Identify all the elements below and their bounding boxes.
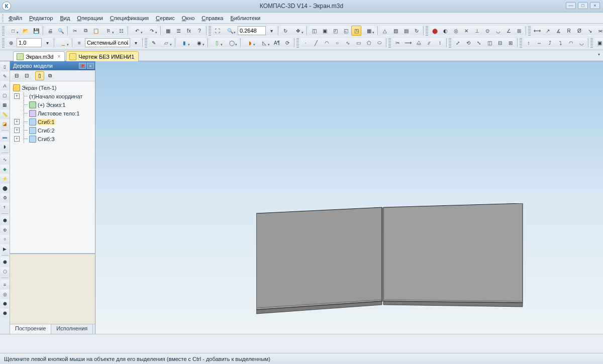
offset-icon[interactable]: ⫽ (424, 38, 434, 48)
zoom-fit-button[interactable]: ⛶ (213, 26, 223, 36)
text-button[interactable]: A¶ (272, 38, 282, 48)
weld-tool-icon[interactable]: ⚡ (1, 174, 10, 183)
rebuild-button[interactable]: ⟳ (282, 38, 292, 48)
print-button[interactable]: 🖨 (45, 26, 55, 36)
toolbar-handle[interactable] (2, 26, 5, 36)
expand-icon[interactable]: + (14, 128, 20, 133)
tree-root[interactable]: Экран (Тел-1) (11, 83, 94, 92)
help-button[interactable]: ? (194, 26, 205, 36)
layer-icon[interactable]: ≡ (74, 38, 84, 48)
toolbar-handle[interactable] (528, 26, 531, 36)
close-button[interactable]: × (590, 2, 600, 9)
dim2-c-icon[interactable]: ⤴ (545, 38, 555, 48)
text-tool-icon[interactable]: A (1, 81, 10, 90)
sketch-tool-icon[interactable]: ✎ (1, 72, 10, 81)
explode-tool-icon[interactable]: ✧ (1, 235, 10, 244)
assem-tool-icon[interactable]: ⬢ (1, 216, 10, 225)
library-button[interactable]: ▦ (163, 26, 173, 36)
tab-ekran[interactable]: Экран.m3d × (13, 51, 65, 61)
menu-window[interactable]: Окно (179, 14, 198, 22)
arc-icon[interactable]: ◠ (322, 38, 332, 48)
snap-angle-icon[interactable]: ∠ (504, 26, 514, 36)
copy-props-button[interactable]: ⎘ (102, 26, 116, 36)
fea-tool-icon[interactable]: ⬡ (1, 267, 10, 276)
menu-editor[interactable]: Редактор (26, 14, 56, 22)
fillet-button[interactable]: ◗ (243, 38, 257, 48)
menu-service[interactable]: Сервис (153, 14, 178, 22)
menubar-handle[interactable] (2, 14, 4, 22)
view-hidden-button[interactable]: ◱ (341, 26, 351, 36)
layer-dd-button[interactable]: ▾ (131, 38, 141, 48)
snap-tangent-icon[interactable]: ⊙ (482, 26, 492, 36)
hole-button[interactable]: ◯ (225, 38, 239, 48)
motion-tool-icon[interactable]: ▶ (1, 245, 10, 254)
variables-button[interactable]: fx (184, 26, 194, 36)
sheet-tool-icon[interactable]: ▬ (1, 133, 10, 142)
hole-tool-icon[interactable]: ⬤ (1, 184, 10, 193)
extend-icon[interactable]: ⟶ (403, 38, 413, 48)
snap-mid-icon[interactable]: ◐ (440, 26, 450, 36)
mirror-icon[interactable]: ⧋ (414, 38, 424, 48)
section-button[interactable]: ▧ (390, 26, 400, 36)
tree-item-bend3[interactable]: + Сгиб:3 (11, 135, 94, 143)
tree-mode2-icon[interactable]: ▯ (35, 71, 44, 80)
bolt-tool-icon[interactable]: ⬢ (1, 299, 10, 308)
nut-tool-icon[interactable]: ⬣ (1, 309, 10, 318)
zoom-button[interactable]: 🔍 (223, 26, 237, 36)
dim2-d-icon[interactable]: ⤵ (555, 38, 565, 48)
tree-item-sheetbody[interactable]: Листовое тело:1 (11, 109, 94, 117)
thread-tool-icon[interactable]: ⚙ (1, 193, 10, 202)
undo-button[interactable]: ↶ (130, 26, 144, 36)
revolve-button[interactable]: ◉ (192, 38, 206, 48)
linewidth-input[interactable] (17, 38, 42, 47)
dim-chain-icon[interactable]: ⫘ (595, 26, 603, 36)
array-icon[interactable]: ◫ (484, 38, 494, 48)
snap-intersect-icon[interactable]: ✕ (461, 26, 471, 36)
toolbar-handle[interactable] (449, 38, 451, 48)
snap-perp-icon[interactable]: ⊥ (472, 26, 482, 36)
pan-button[interactable]: ✥ (291, 26, 305, 36)
dim-linear-icon[interactable]: ⟷ (532, 26, 542, 36)
spline-icon[interactable]: ∿ (343, 38, 353, 48)
perspective-button[interactable]: △ (380, 26, 390, 36)
measure-tool-icon[interactable]: 📏 (1, 110, 10, 119)
scale-input[interactable] (238, 26, 266, 35)
part-tool-icon[interactable]: ◪ (1, 119, 10, 129)
layer-input[interactable] (85, 38, 130, 47)
grid-tool-icon[interactable]: ▦ (1, 100, 10, 109)
view2-a-icon[interactable]: ▣ (594, 38, 603, 48)
mate-tool-icon[interactable]: ⊛ (1, 225, 10, 234)
copy-button[interactable]: ⧉ (80, 26, 90, 36)
new-button[interactable]: □ (6, 26, 20, 36)
toolbar-handle[interactable] (209, 26, 211, 36)
linewidth-dd-button[interactable]: ▾ (42, 38, 52, 48)
panel-tab-build[interactable]: Построение (10, 324, 51, 334)
expand-icon[interactable]: + (14, 93, 20, 99)
toolbar-handle[interactable] (2, 38, 5, 48)
chamfer-button[interactable]: ◺ (257, 38, 271, 48)
scale-icon[interactable]: ⤡ (474, 38, 484, 48)
cut-extrude-button[interactable]: ▯ (210, 38, 224, 48)
surface-tool-icon[interactable]: ◆ (1, 165, 10, 174)
panel-pin-icon[interactable]: 📌 (79, 63, 86, 69)
point-icon[interactable]: · (300, 38, 311, 48)
ellipse-icon[interactable]: ⬭ (374, 38, 384, 48)
tree-item-origin[interactable]: + (т)Начало координат (11, 92, 94, 100)
menu-help[interactable]: Справка (198, 14, 226, 22)
view-front-button[interactable]: ▣ (320, 26, 330, 36)
trim-icon[interactable]: ✂ (392, 38, 403, 48)
maximize-button[interactable]: □ (578, 2, 588, 9)
dim2-e-icon[interactable]: ◠ (566, 38, 576, 48)
view-more-button[interactable]: ▦ (362, 26, 376, 36)
panel-tab-exec[interactable]: Исполнения (51, 324, 93, 334)
toolbar-handle[interactable] (590, 38, 593, 48)
refresh-button[interactable]: ↻ (412, 26, 422, 36)
toolbar-handle[interactable] (426, 26, 428, 36)
properties-button[interactable]: ☷ (116, 26, 126, 36)
std-tool-icon[interactable]: ◎ (1, 290, 10, 299)
plane-button[interactable]: ▱ (159, 38, 173, 48)
snap-near-icon[interactable]: ◡ (493, 26, 503, 36)
view-iso-button[interactable]: ◫ (309, 26, 319, 36)
menu-specification[interactable]: Спецификация (107, 14, 152, 22)
rotate-button[interactable]: ↻ (280, 26, 290, 36)
